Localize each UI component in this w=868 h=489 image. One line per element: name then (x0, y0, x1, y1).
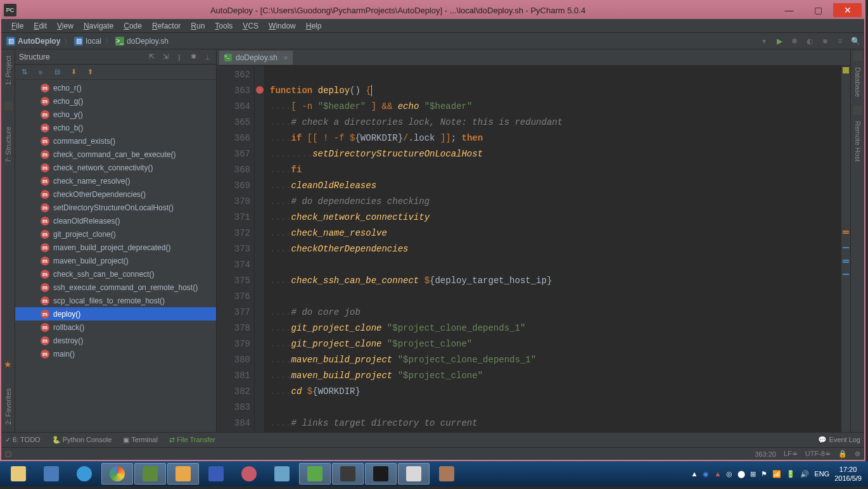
line-number-gutter[interactable]: 3623633643653663673683693703713723733743… (217, 66, 255, 432)
debug-icon[interactable]: ✱ (789, 36, 800, 46)
menu-run[interactable]: Run (186, 20, 210, 32)
taskbar-chrome[interactable] (101, 463, 133, 485)
tool-icon[interactable] (4, 101, 13, 110)
coverage-icon[interactable]: ◐ (805, 36, 815, 46)
taskbar-app2[interactable] (134, 463, 166, 485)
structure-item[interactable]: msetDirectoryStructureOnLocalHost() (15, 201, 216, 214)
titlebar[interactable]: PC AutoDeploy - [C:\Users\Guodong\Pychar… (1, 1, 864, 19)
terminal-tool[interactable]: ▣ Terminal (123, 436, 157, 444)
database-icon[interactable] (853, 52, 862, 61)
tray-clock[interactable]: 17:20 2016/5/9 (834, 465, 862, 483)
inspector-icon[interactable]: ⊚ (855, 450, 860, 458)
minimize-button[interactable]: — (775, 3, 803, 17)
taskbar-evernote[interactable] (299, 463, 331, 485)
event-log[interactable]: 💬 Event Log (818, 436, 860, 444)
menu-help[interactable]: Help (301, 20, 327, 32)
tray-up-icon[interactable]: ▲ (691, 470, 698, 478)
breadcrumb-item[interactable]: >_doDeploy.sh (114, 37, 170, 46)
menu-vcs[interactable]: VCS (238, 20, 264, 32)
structure-item[interactable]: mmain() (15, 347, 216, 360)
todo-tool[interactable]: ✓ 6: TODO (5, 436, 41, 444)
tray-icon[interactable]: ⚑ (761, 470, 767, 478)
file-transfer-tool[interactable]: ⇄ File Transfer (169, 436, 215, 444)
group-icon[interactable]: ⊟ (52, 67, 62, 77)
autoscroll-to-icon[interactable]: ⬇ (68, 67, 79, 77)
taskbar-sublime[interactable] (332, 463, 364, 485)
search-everywhere-icon[interactable]: 🔍 (850, 36, 860, 46)
hide-icon[interactable]: ⟂ (202, 52, 212, 62)
breadcrumb-item[interactable]: ▧AutoDeploy (5, 37, 61, 46)
tray-volume-icon[interactable]: 🔊 (800, 470, 809, 478)
tray-icon[interactable]: ▲ (714, 470, 721, 478)
structure-item[interactable]: mscp_local_files_to_remote_host() (15, 294, 216, 307)
close-button[interactable]: ✕ (833, 3, 862, 17)
structure-item[interactable]: mmaven_build_project() (15, 254, 216, 267)
editor-scrollbar[interactable] (841, 66, 850, 432)
structure-item[interactable]: mecho_y() (15, 108, 216, 121)
line-ending[interactable]: LF≑ (784, 450, 798, 458)
run-icon[interactable]: ▶ (774, 36, 784, 46)
menu-tools[interactable]: Tools (210, 20, 238, 32)
caret-position[interactable]: 363:20 (755, 450, 776, 458)
menu-refactor[interactable]: Refactor (147, 20, 186, 32)
structure-item[interactable]: mcheckOtherDependencies() (15, 187, 216, 201)
expand-all-icon[interactable]: ⇱ (146, 52, 156, 62)
taskbar-app1[interactable] (35, 463, 67, 485)
taskbar-ie[interactable] (68, 463, 100, 485)
structure-item[interactable]: mdestroy() (15, 334, 216, 347)
breadcrumb-item[interactable]: ▧local (73, 37, 103, 46)
structure-item[interactable]: mrollback() (15, 321, 216, 334)
settings-icon[interactable]: ≡ (835, 36, 845, 46)
encoding[interactable]: UTF-8≑ (805, 450, 831, 458)
structure-item[interactable]: mcommand_exists() (15, 134, 216, 148)
tool-remote-host[interactable]: Remote Host (854, 117, 862, 165)
structure-item[interactable]: mcleanOldReleases() (15, 214, 216, 227)
structure-item[interactable]: mgit_project_clone() (15, 227, 216, 241)
tray-icon[interactable]: ⊞ (750, 470, 756, 478)
tool-favorites[interactable]: 2: Favorites (4, 384, 12, 428)
taskbar-app6[interactable] (398, 463, 430, 485)
tool-project[interactable]: 1: Project (4, 52, 12, 89)
structure-item[interactable]: mcheck_ssh_can_be_connect() (15, 267, 216, 281)
autoscroll-from-icon[interactable]: ⬆ (85, 67, 95, 77)
gear-icon[interactable]: ✱ (188, 52, 198, 62)
gutter-marker[interactable] (256, 86, 264, 94)
structure-item[interactable]: mmaven_build_project_deprecated() (15, 241, 216, 254)
tray-icon[interactable]: ◉ (703, 470, 709, 478)
taskbar-avatar[interactable] (431, 463, 463, 485)
taskbar-pycharm[interactable] (365, 463, 397, 485)
status-icon[interactable]: ▢ (5, 450, 11, 458)
structure-item[interactable]: mecho_g() (15, 94, 216, 108)
code-area[interactable]: function deploy() {....[ -n "$header" ] … (265, 66, 841, 432)
taskbar-explorer[interactable] (3, 463, 34, 485)
structure-item[interactable]: mcheck_name_resolve() (15, 174, 216, 187)
collapse-all-icon[interactable]: ⇲ (160, 52, 170, 62)
taskbar-app3[interactable] (200, 463, 232, 485)
tray-icon[interactable]: 📶 (772, 470, 781, 478)
menu-code[interactable]: Code (118, 20, 147, 32)
favorites-star-icon[interactable]: ★ (4, 359, 12, 369)
taskbar-vmware[interactable] (167, 463, 199, 485)
run-config-dropdown-icon[interactable]: ▾ (759, 36, 769, 46)
sort-visibility-icon[interactable]: ≡ (35, 67, 46, 77)
structure-item[interactable]: mssh_execute_command_on_remote_host() (15, 281, 216, 294)
tray-icon[interactable]: ◎ (726, 470, 732, 478)
taskbar-app4[interactable] (233, 463, 265, 485)
remote-host-icon[interactable] (853, 106, 862, 115)
structure-item[interactable]: mecho_b() (15, 121, 216, 134)
menu-view[interactable]: View (52, 20, 79, 32)
sort-alpha-icon[interactable]: ⇅ (19, 67, 29, 77)
structure-list[interactable]: mecho_r()mecho_g()mecho_y()mecho_b()mcom… (15, 80, 216, 432)
stop-icon[interactable]: ■ (820, 36, 830, 46)
tray-icon[interactable]: ⬤ (737, 470, 745, 478)
taskbar-app5[interactable] (266, 463, 298, 485)
tool-structure[interactable]: 7: Structure (4, 123, 12, 167)
tool-database[interactable]: Database (854, 63, 862, 101)
python-console-tool[interactable]: 🐍 Python Console (52, 436, 112, 444)
structure-item[interactable]: mdeploy() (15, 307, 216, 321)
maximize-button[interactable]: ▢ (804, 3, 833, 17)
inspection-marker[interactable] (843, 67, 849, 73)
tray-icon[interactable]: 🔋 (786, 470, 795, 478)
close-tab-icon[interactable]: × (284, 54, 288, 61)
menu-window[interactable]: Window (264, 20, 301, 32)
